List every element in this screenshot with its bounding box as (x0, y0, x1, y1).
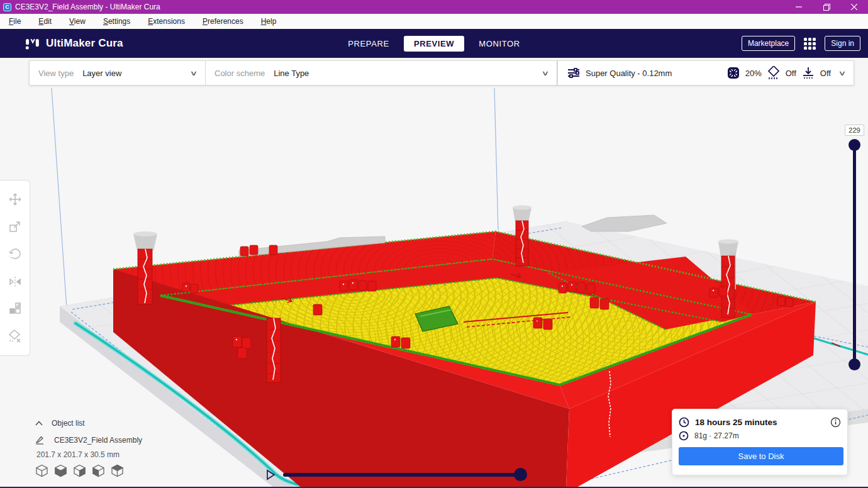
menu-bar: File Edit View Settings Extensions Prefe… (0, 14, 868, 29)
top-view-cube[interactable] (73, 464, 86, 477)
tab-monitor[interactable]: MONITOR (469, 36, 530, 52)
print-time: 18 hours 25 minutes (695, 418, 777, 427)
path-slider-track[interactable] (283, 473, 522, 477)
view-type-label: View type (38, 69, 74, 78)
move-tool-button[interactable] (8, 192, 23, 207)
support-blocker-button[interactable] (8, 329, 23, 344)
camera-view-presets (35, 464, 142, 477)
ultimaker-logo-icon (25, 36, 40, 50)
object-list-panel: Object list CE3E3V2_Field Assembly 201.7… (35, 416, 142, 477)
profile-sliders-icon (567, 66, 581, 80)
support-value: Off (786, 69, 796, 78)
layer-slider-track[interactable] (853, 145, 856, 365)
layer-value-badge: 229 (845, 125, 864, 136)
pencil-icon (35, 436, 45, 445)
menu-settings[interactable]: Settings (94, 17, 139, 26)
object-dimensions: 201.7 x 201.7 x 30.5 mm (36, 450, 142, 459)
color-scheme-dropdown[interactable]: Color scheme Line Type ∨ (206, 61, 557, 85)
view-options-bar: View type Layer view ∨ Color scheme Line… (29, 60, 557, 86)
iso-view-cube[interactable] (35, 464, 48, 477)
chevron-down-icon: ∨ (190, 69, 198, 77)
tab-prepare[interactable]: PREPARE (338, 36, 399, 52)
menu-help[interactable]: Help (252, 17, 286, 26)
right-view-cube[interactable] (111, 464, 124, 477)
view-type-value: Layer view (82, 69, 121, 78)
mirror-tool-button[interactable] (8, 274, 23, 289)
left-view-cube[interactable] (92, 464, 105, 477)
app-icon: C (3, 3, 11, 11)
chevron-down-icon: ∨ (542, 69, 550, 77)
menu-extensions[interactable]: Extensions (139, 17, 194, 26)
stage-tabs: PREPARE PREVIEW MONITOR (338, 36, 530, 52)
menu-view[interactable]: View (60, 17, 94, 26)
color-scheme-label: Color scheme (214, 69, 265, 78)
object-name: CE3E3V2_Field Assembly (54, 436, 142, 445)
color-scheme-value: Line Type (274, 69, 309, 78)
brand-title: UltiMaker Cura (46, 37, 123, 50)
spool-icon (679, 431, 689, 441)
adhesion-value: Off (820, 69, 831, 78)
cura-window: C CE3E3V2_Field Assembly - UltiMaker Cur… (0, 0, 868, 488)
object-list-title: Object list (52, 419, 85, 428)
main-header: UltiMaker Cura PREPARE PREVIEW MONITOR M… (0, 29, 868, 58)
support-icon (767, 66, 781, 80)
infill-value: 20% (745, 69, 762, 78)
marketplace-button[interactable]: Marketplace (742, 36, 795, 51)
brand: UltiMaker Cura (25, 36, 123, 50)
front-view-cube[interactable] (54, 464, 67, 477)
minimize-button[interactable] (785, 0, 813, 14)
menu-edit[interactable]: Edit (30, 17, 60, 26)
material-usage: 81g · 27.27m (694, 431, 739, 440)
apps-grid-icon[interactable] (804, 38, 816, 50)
quality-profile: Super Quality - 0.12mm (586, 69, 672, 78)
sign-in-button[interactable]: Sign in (825, 36, 860, 51)
chevron-down-icon[interactable]: ∨ (838, 69, 847, 77)
path-slider-handle[interactable] (514, 468, 527, 481)
close-button[interactable] (840, 0, 868, 14)
title-bar: C CE3E3V2_Field Assembly - UltiMaker Cur… (0, 0, 868, 14)
tab-preview[interactable]: PREVIEW (404, 36, 464, 52)
view-type-dropdown[interactable]: View type Layer view ∨ (30, 61, 206, 85)
play-button[interactable] (265, 469, 276, 480)
save-to-disk-button[interactable]: Save to Disk (679, 447, 843, 465)
layer-slider-upper-handle[interactable] (849, 139, 860, 151)
print-summary-card: 18 hours 25 minutes 81g · 27.27m Save to… (672, 409, 848, 475)
adhesion-icon (801, 66, 815, 80)
scale-tool-button[interactable] (8, 219, 23, 234)
rotate-tool-button[interactable] (8, 247, 23, 262)
clock-icon (679, 417, 689, 428)
object-list-item[interactable]: CE3E3V2_Field Assembly (35, 433, 142, 447)
layer-slider-lower-handle[interactable] (849, 358, 860, 370)
window-title: CE3E3V2_Field Assembly - UltiMaker Cura (15, 3, 160, 11)
menu-file[interactable]: File (0, 17, 30, 26)
menu-preferences[interactable]: Preferences (194, 17, 252, 26)
tool-panel (0, 180, 30, 356)
per-model-settings-button[interactable] (8, 301, 23, 316)
maximize-button[interactable] (813, 0, 840, 14)
infill-icon (726, 66, 740, 80)
info-icon[interactable] (830, 417, 841, 428)
print-settings-panel[interactable]: Super Quality - 0.12mm 20% Off Off ∨ (557, 60, 854, 86)
chevron-up-icon (35, 421, 43, 426)
object-list-header[interactable]: Object list (35, 416, 142, 430)
